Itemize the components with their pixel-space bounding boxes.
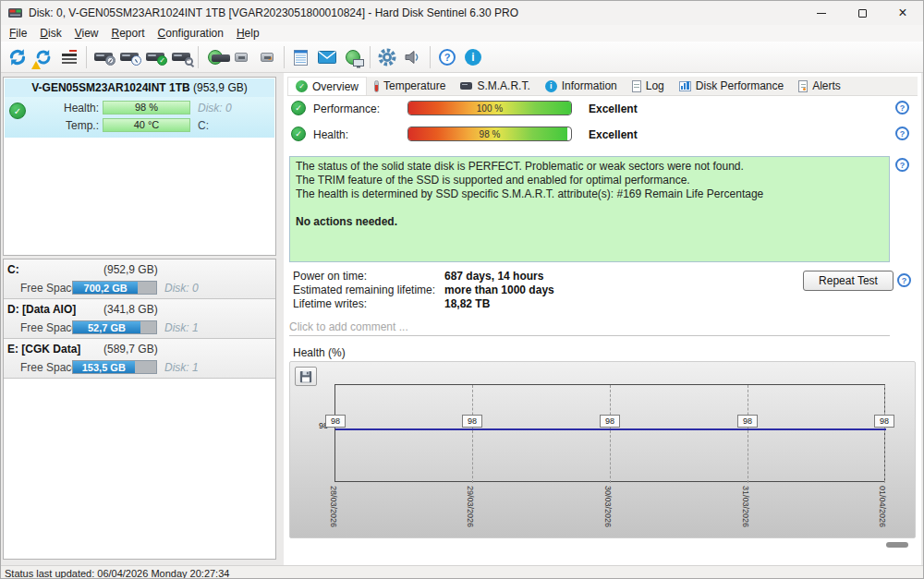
partition-tile-e[interactable]: E: [CGK Data] (589,7 GB) Free Space 153,… [4,339,275,379]
status-line: The TRIM feature of the SSD is supported… [296,174,883,187]
health-chart-panel: 98 98 98 98 98 98 28/03/2026 29/03/2026 … [289,361,916,538]
refresh-button[interactable] [5,44,30,70]
speaker-icon [405,50,421,65]
health-help-icon[interactable] [895,127,909,140]
tab-label: Disk Performance [696,79,784,92]
menu-view[interactable]: View [68,26,105,41]
chart-x-label: 01/04/2026 [878,486,887,527]
settings-button[interactable] [374,44,400,70]
usb-connector-icon [235,53,248,62]
quick-report-button[interactable] [56,44,82,70]
floppy-save-icon [299,370,312,383]
tab-alerts[interactable]: Alerts [791,77,848,95]
window-title: Disk: 0, V-GEN05SM23AR1024INT 1TB [VGAR2… [29,6,518,19]
thermometer-icon [374,80,379,92]
chart-gridline [610,385,611,483]
disk-health-value: 98 % [135,102,158,113]
status-action: No actions needed. [296,215,883,229]
status-line: The health is determined by SSD specific… [296,187,883,201]
tab-temperature[interactable]: Temperature [367,77,453,95]
menu-report[interactable]: Report [105,26,152,41]
gear-icon [377,47,397,67]
health-chart-plot [334,384,885,482]
disk-health-bar: 98 % [103,101,190,115]
tab-smart[interactable]: S.M.A.R.T. [453,77,537,95]
bar-chart-icon [679,81,691,91]
health-rating: Excellent [589,128,638,141]
free-space-label: Free Space [20,321,78,334]
menu-disk[interactable]: Disk [33,26,67,41]
maximize-button[interactable] [842,1,882,25]
remaining-lifetime-label: Estimated remaining lifetime: [293,283,435,296]
health-label: Health: [32,102,99,115]
menu-help[interactable]: Help [230,26,266,41]
free-space-bar: 153,5 GB [72,360,157,374]
health-meter: 98 % [407,127,572,141]
disk-schedule-button[interactable] [116,44,142,70]
partition-disk-index: Disk: 1 [164,361,199,374]
toolbar [1,42,923,73]
tab-overview[interactable]: Overview [287,77,367,95]
disk-list-panel: V-GEN05SM23AR1024INT 1TB (953,9 GB) Heal… [3,77,276,256]
help-button[interactable] [434,44,460,70]
save-chart-button[interactable] [295,367,317,386]
report-notepad-button[interactable] [288,44,314,70]
disk-test-button[interactable] [142,44,168,70]
health-label: Health: [313,128,348,141]
repeat-test-help-icon[interactable] [897,273,911,287]
status-help-icon[interactable] [895,158,909,172]
disk-drive-letters: C: [198,119,209,132]
toolbar-separator [370,46,371,68]
performance-meter: 100 % [407,101,572,115]
disk-performance-button[interactable] [91,44,116,70]
disk-index: Disk: 0 [198,102,232,115]
performance-help-icon[interactable] [895,101,909,115]
performance-value: 100 % [408,102,571,115]
minimize-button[interactable] [801,1,842,25]
power-on-time-label: Power on time: [293,270,367,283]
tab-information[interactable]: Information [538,77,625,95]
tabbar: Overview Temperature S.M.A.R.T. Informat… [287,77,918,96]
tab-log[interactable]: Log [625,77,672,95]
close-button[interactable] [882,1,923,25]
chart-gridline [748,385,748,483]
tab-label: Overview [312,80,359,93]
chart-x-label: 28/03/2026 [329,486,338,527]
reanalyse-disk-button[interactable] [30,44,56,70]
comment-input[interactable] [289,318,890,336]
disk-temp-bar: 40 °C [103,118,190,132]
usb-disk-button[interactable] [228,44,254,70]
titlebar: Disk: 0, V-GEN05SM23AR1024INT 1TB [VGAR2… [1,1,923,25]
menu-file[interactable]: File [3,26,33,41]
menu-configuration[interactable]: Configuration [152,26,230,41]
tab-disk-performance[interactable]: Disk Performance [672,77,791,95]
chart-point-label: 98 [325,415,346,428]
repeat-test-button[interactable]: Repeat Test [803,271,894,291]
network-disk-button[interactable] [202,44,228,70]
tab-label: Log [646,79,664,92]
tab-label: Information [562,79,617,92]
send-email-button[interactable] [314,44,340,70]
disk-size: (953,9 GB) [193,81,248,94]
performance-label: Performance: [313,103,380,115]
disk-surface-test-button[interactable] [168,44,194,70]
disk-search-icon [172,53,190,61]
menubar: File Disk View Report Configuration Help [1,25,923,42]
partition-disk-index: Disk: 0 [164,282,199,295]
maximize-icon [858,9,867,18]
power-disk-button[interactable] [254,44,280,70]
horizontal-scrollbar-thumb[interactable] [886,542,908,548]
sounds-button[interactable] [400,44,426,70]
network-status-button[interactable] [340,44,366,70]
chart-x-label: 31/03/2026 [741,486,750,527]
lifetime-writes-label: Lifetime writes: [293,297,367,310]
check-circle-icon [296,80,308,92]
page-icon [632,80,641,92]
partition-name: C: [7,263,19,276]
partition-tile-d[interactable]: D: [Data AIO] (341,8 GB) Free Space 52,7… [4,299,275,339]
about-button[interactable] [460,44,486,70]
disk-tile-selected[interactable]: V-GEN05SM23AR1024INT 1TB (953,9 GB) Heal… [5,78,274,138]
partition-tile-c[interactable]: C: (952,9 GB) Free Space 700,2 GB Disk: … [4,259,275,299]
disk-check-icon [146,53,164,61]
status-last-updated: Status last updated: 06/04/2026 Monday 2… [5,568,229,579]
